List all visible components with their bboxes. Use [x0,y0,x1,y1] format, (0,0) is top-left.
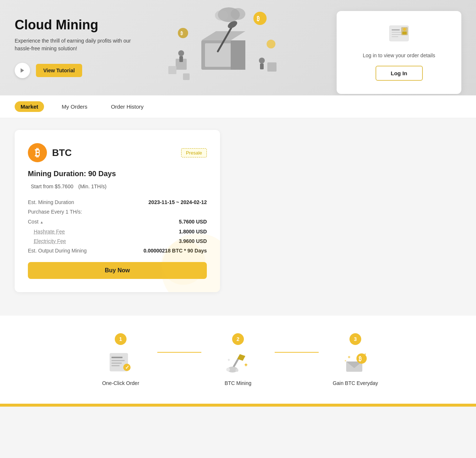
play-icon [19,68,25,73]
hero-card-text: Log in to view your order details [351,52,447,58]
coin-row: ₿ BTC [28,143,72,162]
electricity-fee-label: Electricity Fee [34,238,66,244]
hero-subtitle: Experience the thrill of earning daily p… [15,37,132,52]
svg-rect-2 [205,43,242,67]
svg-rect-12 [176,59,187,70]
start-from: Start from $5.7600 (Min. 1TH/s) [28,182,207,190]
svg-point-21 [259,58,265,63]
svg-text:₿: ₿ [180,31,183,36]
svg-point-17 [231,8,245,20]
gain-btc-icon: ₿ [343,350,368,374]
hero-title: Cloud Mining [15,17,132,33]
step-3-number: 3 [349,333,361,345]
step-2-number: 2 [232,333,244,345]
svg-point-50 [345,360,346,361]
svg-point-19 [178,50,184,56]
play-button[interactable] [15,63,30,78]
step-connector-1 [157,352,201,353]
cost-label: Cost ▲ [28,219,44,225]
svg-point-6 [227,19,238,30]
step-3: 3 ₿ Gain BTC Everyday [319,333,392,386]
svg-line-5 [218,26,232,51]
svg-rect-24 [392,29,400,30]
svg-text:₿: ₿ [359,356,362,362]
main-content: ₿ BTC Presale Mining Duration: 90 Days S… [0,118,403,304]
start-from-min: (Min. 1TH/s) [78,183,107,189]
svg-rect-30 [402,32,407,34]
btc-mining-icon: ✦ ✦ [225,350,251,374]
hero-actions: View Tutorial [15,63,132,78]
order-details-icon [388,24,410,43]
svg-text:₿: ₿ [257,15,260,22]
tab-my-orders[interactable]: My Orders [56,101,93,112]
one-click-order-icon: ✓ [108,351,133,373]
step-1-label: One-Click Order [84,380,157,386]
svg-text:✦: ✦ [244,362,248,368]
hero-login-card: Log in to view your order details Log In [337,11,461,94]
purchase-row: Purchase Every 1 TH/s: [28,207,207,217]
mining-card: ₿ BTC Presale Mining Duration: 90 Days S… [15,130,220,292]
svg-point-47 [356,353,367,364]
svg-marker-3 [201,31,245,40]
cost-row: Cost ▲ 5.7600 USD [28,217,207,227]
est-mining-value: 2023-11-15 ~ 2024-02-12 [149,199,207,205]
btc-name: BTC [52,147,72,159]
svg-point-16 [218,7,240,22]
step-connector-2 [275,352,319,353]
svg-rect-34 [111,363,122,364]
svg-rect-13 [168,66,176,74]
step-1: 1 ✓ One-Click Order [84,333,157,386]
card-bg-circle2 [161,241,205,285]
steps-section: 1 ✓ One-Click Order 2 [0,316,476,404]
svg-rect-15 [183,73,190,80]
login-button[interactable]: Log In [376,66,423,81]
svg-marker-0 [21,68,24,73]
svg-point-18 [215,10,228,21]
view-tutorial-button[interactable]: View Tutorial [36,64,82,77]
svg-rect-20 [179,56,183,62]
step-1-illustration: ✓ [106,349,135,375]
step-3-illustration: ₿ [341,349,370,375]
step-1-number: 1 [115,333,127,345]
cost-arrow: ▲ [40,220,44,224]
cost-label-text: Cost [28,219,39,225]
svg-rect-35 [111,365,120,366]
svg-text:✦: ✦ [227,357,231,363]
mining-illustration-svg: ₿ ₿ [161,4,286,92]
svg-point-9 [178,28,188,38]
hero-section: Cloud Mining Experience the thrill of ea… [0,0,476,95]
svg-rect-22 [260,63,264,69]
svg-point-49 [348,356,350,358]
svg-point-7 [253,12,267,25]
step-2: 2 ✦ ✦ BTC Mining [201,333,275,386]
est-output-label: Est. Output During Mining [28,248,87,254]
hashrate-fee-row: Hashrate Fee 1.8000 USD [28,227,207,236]
btc-logo: ₿ [28,143,47,162]
svg-point-41 [226,368,230,371]
svg-rect-27 [392,36,398,37]
hero-left: Cloud Mining Experience the thrill of ea… [15,17,132,78]
purchase-label: Purchase Every 1 TH/s: [28,209,82,215]
tab-market[interactable]: Market [15,101,44,112]
step-3-label: Gain BTC Everyday [319,380,392,386]
svg-point-51 [365,353,366,355]
step-2-label: BTC Mining [201,380,275,386]
hashrate-fee-label: Hashrate Fee [34,229,65,235]
svg-rect-33 [111,360,125,361]
svg-point-29 [403,28,406,31]
step-2-illustration: ✦ ✦ [223,349,253,375]
cost-value: 5.7600 USD [179,219,207,225]
card-top: ₿ BTC Presale [28,143,207,162]
svg-text:✓: ✓ [125,364,129,370]
tabs-bar: Market My Orders Order History [0,95,476,118]
svg-point-42 [235,369,238,372]
presale-badge: Presale [181,148,207,157]
tab-order-history[interactable]: Order History [105,101,149,112]
bottom-bar [0,404,476,407]
svg-rect-14 [267,62,277,72]
est-mining-label: Est. Mining Duration [28,199,74,205]
start-from-price: Start from $5.7600 [31,183,73,189]
svg-rect-26 [392,34,401,35]
order-icon [351,24,447,47]
svg-point-11 [267,40,275,48]
